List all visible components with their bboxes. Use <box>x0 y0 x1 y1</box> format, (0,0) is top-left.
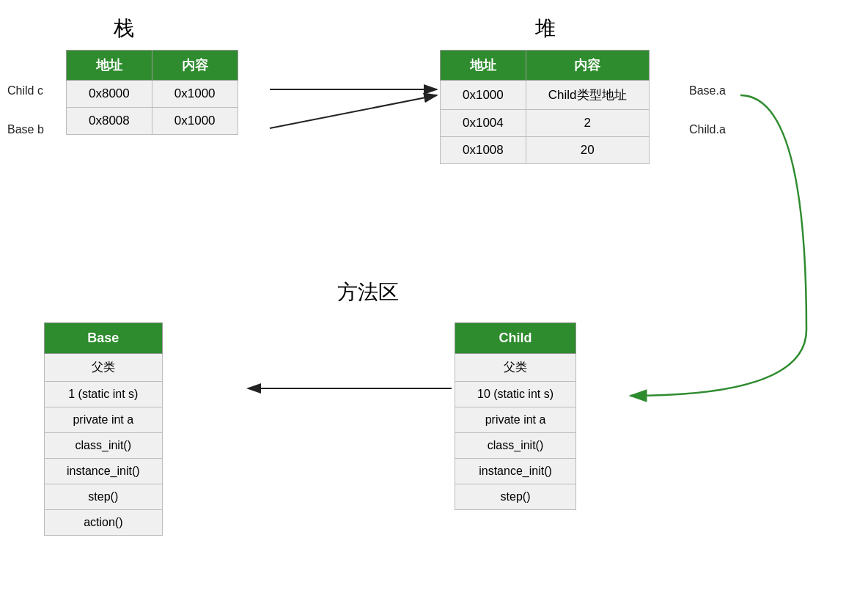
table-row: 父类 <box>455 354 576 382</box>
child-method-header: Child <box>455 323 576 354</box>
child-method-table: Child 父类10 (static int s)private int acl… <box>455 322 576 510</box>
heap-row1-val: 2 <box>526 110 649 137</box>
base-method-row: action() <box>45 510 163 536</box>
heap-header-addr: 地址 <box>441 51 526 81</box>
base-method-row: 父类 <box>45 354 163 382</box>
table-row: private int a <box>455 407 576 433</box>
table-row: instance_init() <box>455 459 576 484</box>
child-method-row: 10 (static int s) <box>455 382 576 407</box>
stack-label-0: Child c <box>7 84 43 97</box>
stack-row0-val: 0x1000 <box>152 81 238 108</box>
table-row: 0x1004 2 <box>441 110 650 137</box>
method-area-title: 方法区 <box>337 278 399 306</box>
child-method-row: private int a <box>455 407 576 433</box>
table-row: 1 (static int s) <box>45 382 163 407</box>
stack-title: 栈 <box>114 15 134 43</box>
heap-header-content: 内容 <box>526 51 649 81</box>
stack-row0-addr: 0x8000 <box>67 81 152 108</box>
base-method-header: Base <box>45 323 163 354</box>
stack-header-content: 内容 <box>152 51 238 81</box>
svg-line-3 <box>270 95 437 128</box>
table-row: 父类 <box>45 354 163 382</box>
table-row: 0x8000 0x1000 <box>67 81 238 108</box>
stack-label-1: Base b <box>7 123 44 136</box>
base-method-table: Base 父类1 (static int s)private int aclas… <box>44 322 163 536</box>
table-row: step() <box>455 484 576 510</box>
base-method-row: class_init() <box>45 433 163 459</box>
table-row: 0x8008 0x1000 <box>67 108 238 135</box>
table-row: step() <box>45 484 163 510</box>
table-row: 10 (static int s) <box>455 382 576 407</box>
heap-row2-val: 20 <box>526 137 649 164</box>
base-method-row: instance_init() <box>45 459 163 484</box>
base-method-row: private int a <box>45 407 163 433</box>
child-method-row: class_init() <box>455 433 576 459</box>
base-method-row: step() <box>45 484 163 510</box>
stack-table: 地址 内容 0x8000 0x1000 0x8008 0x1000 <box>66 50 238 135</box>
table-row: 0x1008 20 <box>441 137 650 164</box>
heap-row0-val: Child类型地址 <box>526 81 649 110</box>
heap-row1-addr: 0x1004 <box>441 110 526 137</box>
child-method-row: step() <box>455 484 576 510</box>
child-method-row: instance_init() <box>455 459 576 484</box>
diagram-container: 栈 地址 内容 0x8000 0x1000 0x8008 0x1000 Chil… <box>0 0 868 598</box>
heap-row2-addr: 0x1008 <box>441 137 526 164</box>
child-method-row: 父类 <box>455 354 576 382</box>
stack-row1-addr: 0x8008 <box>67 108 152 135</box>
heap-title: 堆 <box>535 15 556 43</box>
heap-table: 地址 内容 0x1000 Child类型地址 0x1004 2 0x1008 2… <box>440 50 650 164</box>
table-row: private int a <box>45 407 163 433</box>
table-row: instance_init() <box>45 459 163 484</box>
heap-row0-addr: 0x1000 <box>441 81 526 110</box>
table-row: 0x1000 Child类型地址 <box>441 81 650 110</box>
heap-label-1: Base.a <box>689 84 726 97</box>
base-method-row: 1 (static int s) <box>45 382 163 407</box>
heap-label-2: Child.a <box>689 123 726 136</box>
table-row: class_init() <box>45 433 163 459</box>
table-row: class_init() <box>455 433 576 459</box>
stack-row1-val: 0x1000 <box>152 108 238 135</box>
stack-header-addr: 地址 <box>67 51 152 81</box>
table-row: action() <box>45 510 163 536</box>
